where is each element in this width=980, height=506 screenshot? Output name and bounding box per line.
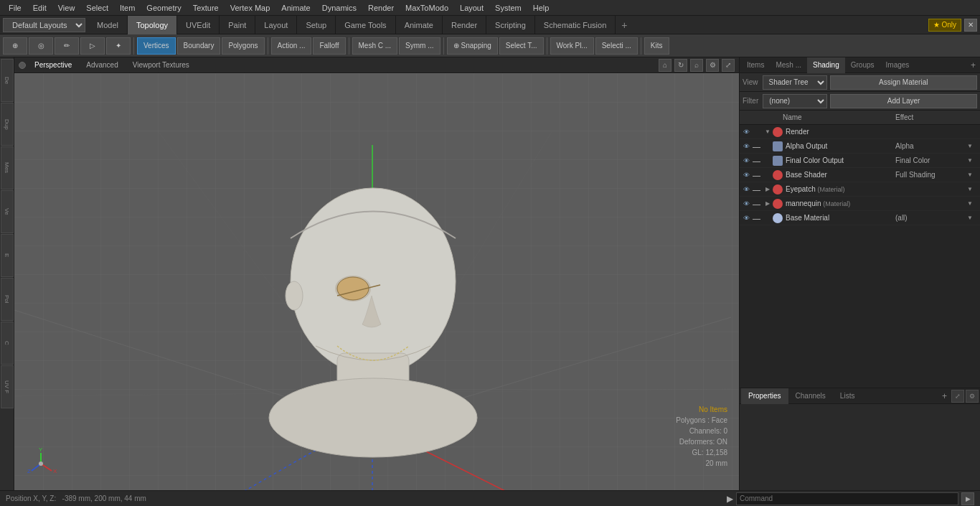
tab-render[interactable]: Render <box>443 16 486 34</box>
mesh-c-btn[interactable]: Mesh C ... <box>352 37 398 55</box>
eye-mannequin[interactable]: 👁 <box>740 197 753 210</box>
props-settings-icon[interactable]: ⚙ <box>966 390 979 403</box>
select-t-btn[interactable]: Select T... <box>499 37 544 55</box>
rpanel-tab-items[interactable]: Items <box>741 57 770 73</box>
vertices-btn[interactable]: Vertices <box>137 37 176 55</box>
eye-alpha-output[interactable]: 👁 <box>740 140 753 153</box>
effect-arrow-base-shader[interactable]: ▼ <box>967 172 977 178</box>
shader-row-final-color[interactable]: 👁 — ▶ Final Color Output Final Color ▼ <box>740 154 980 168</box>
polygons-btn[interactable]: Polygons <box>222 37 264 55</box>
selecti-btn[interactable]: Selecti ... <box>595 37 638 55</box>
menu-render[interactable]: Render <box>362 0 400 16</box>
maximize-icon-btn[interactable]: ⤢ <box>722 59 735 72</box>
symm-btn[interactable]: Symm ... <box>399 37 440 55</box>
tab-viewport-textures[interactable]: Viewport Textures <box>127 57 195 73</box>
props-tab-channels[interactable]: Channels <box>788 388 833 404</box>
menu-geometry[interactable]: Geometry <box>141 0 187 16</box>
props-add-tab[interactable]: + <box>939 391 950 401</box>
effect-arrow-eyepatch[interactable]: ▼ <box>967 186 977 192</box>
shader-row-render[interactable]: 👁 ▼ Render <box>740 125 980 139</box>
shader-row-eyepatch[interactable]: 👁 — ▶ Eyepatch (Material) ▼ <box>740 182 980 197</box>
pen-icon-btn[interactable]: ✏ <box>55 37 79 55</box>
tab-uvedit[interactable]: UVEdit <box>177 16 220 34</box>
effect-arrow-final-color[interactable]: ▼ <box>967 157 977 164</box>
settings-icon-btn[interactable]: ⚙ <box>706 59 719 72</box>
sidebar-item-c[interactable]: C <box>1 322 14 365</box>
orbit-icon-btn[interactable]: ◎ <box>29 37 53 55</box>
move-icon-btn[interactable]: ✦ <box>106 37 131 55</box>
menu-help[interactable]: Help <box>527 0 555 16</box>
sidebar-item-de[interactable]: De <box>1 59 14 102</box>
sidebar-item-e[interactable]: E <box>1 234 14 277</box>
kits-btn[interactable]: Kits <box>644 37 669 55</box>
menu-view[interactable]: View <box>52 0 81 16</box>
rpanel-tab-mesh[interactable]: Mesh ... <box>770 57 807 73</box>
menu-animate[interactable]: Animate <box>275 0 316 16</box>
shader-row-base-shader[interactable]: 👁 — ▶ Base Shader Full Shading ▼ <box>740 168 980 182</box>
boundary-btn[interactable]: Boundary <box>177 37 221 55</box>
sidebar-item-ver[interactable]: Ve <box>1 190 14 233</box>
rpanel-tab-images[interactable]: Images <box>880 57 915 73</box>
tab-advanced[interactable]: Advanced <box>80 57 123 73</box>
tab-scripting[interactable]: Scripting <box>486 16 535 34</box>
tab-topology[interactable]: Topology <box>128 16 177 34</box>
eye-eyepatch[interactable]: 👁 <box>740 183 753 196</box>
sidebar-item-mes[interactable]: Mes <box>1 146 14 189</box>
filter-dropdown[interactable]: (none) <box>763 94 827 108</box>
shader-row-mannequin[interactable]: 👁 — ▶ mannequin (Material) ▼ <box>740 197 980 211</box>
effect-arrow-alpha[interactable]: ▼ <box>967 143 977 149</box>
eye-base-shader[interactable]: 👁 <box>740 169 753 182</box>
command-input[interactable] <box>736 492 958 505</box>
arrow-mannequin[interactable]: ▶ <box>763 199 773 209</box>
effect-arrow-mannequin[interactable]: ▼ <box>967 200 977 207</box>
menu-dynamics[interactable]: Dynamics <box>316 0 362 16</box>
menu-maxtomodo[interactable]: MaxToModo <box>400 0 454 16</box>
menu-edit[interactable]: Edit <box>27 0 52 16</box>
tab-perspective[interactable]: Perspective <box>29 57 77 73</box>
menu-item[interactable]: Item <box>114 0 141 16</box>
tab-layout[interactable]: Layout <box>255 16 297 34</box>
rpanel-tab-groups[interactable]: Groups <box>845 57 880 73</box>
menu-system[interactable]: System <box>489 0 527 16</box>
viewport-canvas[interactable]: No Items Polygons : Face Channels: 0 Def… <box>14 73 739 490</box>
eye-base-material[interactable]: 👁 <box>740 212 753 225</box>
menu-file[interactable]: File <box>3 0 27 16</box>
sidebar-item-uv[interactable]: UV F <box>1 365 14 408</box>
layout-add-tab[interactable]: + <box>616 18 633 32</box>
menu-layout[interactable]: Layout <box>454 0 489 16</box>
action-btn[interactable]: Action ... <box>271 37 312 55</box>
select-icon-btn[interactable]: ▷ <box>80 37 105 55</box>
falloff-btn[interactable]: Falloff <box>313 37 345 55</box>
tab-model[interactable]: Model <box>88 16 128 34</box>
menu-vertex-map[interactable]: Vertex Map <box>225 0 276 16</box>
menu-texture[interactable]: Texture <box>187 0 225 16</box>
command-go-button[interactable]: ▶ <box>961 492 974 505</box>
add-layer-button[interactable]: Add Layer <box>830 94 977 108</box>
home-icon-btn[interactable]: ⌂ <box>659 59 672 72</box>
shader-row-base-material[interactable]: 👁 — ▶ Base Material (all) ▼ <box>740 211 980 225</box>
tab-schematic-fusion[interactable]: Schematic Fusion <box>535 16 616 34</box>
sidebar-item-dup[interactable]: Dup <box>1 103 14 146</box>
layout-close-button[interactable]: ✕ <box>964 19 977 32</box>
props-tab-properties[interactable]: Properties <box>741 388 788 404</box>
rotate-icon-btn[interactable]: ↻ <box>674 59 687 72</box>
rpanel-tab-add[interactable]: + <box>968 60 979 70</box>
props-expand-icon[interactable]: ⤢ <box>951 390 964 403</box>
tab-game-tools[interactable]: Game Tools <box>336 16 396 34</box>
tab-animate[interactable]: Animate <box>396 16 443 34</box>
shader-row-alpha-output[interactable]: 👁 — ▶ Alpha Output Alpha ▼ <box>740 139 980 154</box>
eye-final-color[interactable]: 👁 <box>740 154 753 167</box>
eye-render[interactable]: 👁 <box>740 126 753 139</box>
snapping-btn[interactable]: ⊕ Snapping <box>447 37 498 55</box>
assign-material-button[interactable]: Assign Material <box>830 75 978 90</box>
menu-select[interactable]: Select <box>80 0 114 16</box>
transform-icon-btn[interactable]: ⊕ <box>3 37 27 55</box>
arrow-eyepatch[interactable]: ▶ <box>763 184 773 195</box>
layout-star-button[interactable]: ★ Only <box>928 19 961 32</box>
effect-arrow-base-material[interactable]: ▼ <box>967 215 977 221</box>
work-pl-btn[interactable]: Work Pl... <box>550 37 594 55</box>
tab-setup[interactable]: Setup <box>297 16 336 34</box>
layout-dropdown[interactable]: Default Layouts <box>3 18 85 32</box>
props-tab-lists[interactable]: Lists <box>833 388 862 404</box>
sidebar-item-pol[interactable]: Pol <box>1 278 14 321</box>
